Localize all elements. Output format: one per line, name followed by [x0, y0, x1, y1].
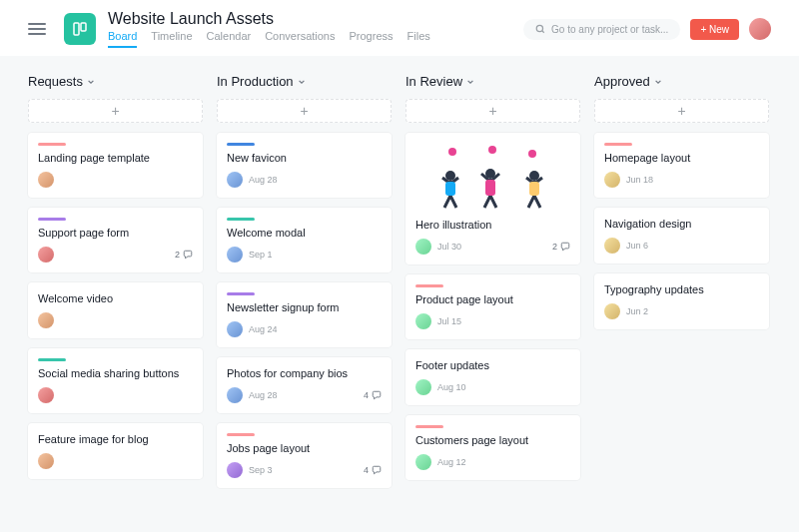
card-title: Homepage layout — [604, 152, 759, 164]
plus-icon: + — [677, 104, 685, 118]
task-card[interactable]: Footer updatesAug 10 — [405, 349, 580, 405]
task-card[interactable]: Welcome modalSep 1 — [217, 208, 392, 272]
task-card[interactable]: Newsletter signup formAug 24 — [217, 282, 392, 347]
due-date: Jul 30 — [437, 242, 461, 252]
add-card-button[interactable]: + — [28, 99, 203, 123]
task-card[interactable]: Support page form2 — [28, 208, 203, 272]
task-card[interactable]: Navigation designJun 6 — [594, 208, 769, 264]
assignee-avatar[interactable] — [604, 303, 620, 319]
due-date: Aug 12 — [437, 457, 466, 467]
tab-files[interactable]: Files — [407, 30, 430, 48]
assignee-avatar[interactable] — [38, 387, 54, 403]
card-label-stripe — [38, 143, 66, 146]
chevron-down-icon — [466, 78, 474, 86]
card-label-stripe — [227, 292, 255, 295]
assignee-avatar[interactable] — [227, 321, 243, 337]
card-title: Footer updates — [415, 359, 570, 371]
card-label-stripe — [415, 425, 443, 428]
tab-conversations[interactable]: Conversations — [265, 30, 335, 48]
assignee-avatar[interactable] — [38, 312, 54, 328]
card-title: Welcome video — [38, 292, 193, 304]
svg-point-2 — [536, 25, 542, 31]
comment-count[interactable]: 2 — [175, 250, 193, 260]
task-card[interactable]: Social media sharing buttons — [28, 348, 203, 413]
plus-icon: + — [488, 104, 496, 118]
task-card[interactable]: Feature image for blog — [28, 423, 203, 479]
assignee-avatar[interactable] — [227, 172, 243, 188]
card-title: Landing page template — [38, 152, 193, 164]
assignee-avatar[interactable] — [415, 313, 431, 329]
card-label-stripe — [227, 143, 255, 146]
chevron-down-icon — [298, 78, 306, 86]
column-approved: Approved+Homepage layoutJun 18Navigation… — [594, 74, 769, 514]
add-card-button[interactable]: + — [217, 99, 392, 123]
column-in-production: In Production+New faviconAug 28Welcome m… — [217, 74, 392, 514]
card-title: Customers page layout — [415, 434, 570, 446]
tab-board[interactable]: Board — [108, 30, 137, 48]
comment-count[interactable]: 4 — [364, 390, 382, 400]
svg-rect-7 — [485, 180, 495, 196]
column-header[interactable]: In Review — [405, 74, 580, 89]
add-card-button[interactable]: + — [594, 99, 769, 123]
task-card[interactable]: Product page layoutJul 15 — [405, 274, 580, 339]
task-card[interactable]: Homepage layoutJun 18 — [594, 133, 769, 198]
column-title: Requests — [28, 74, 83, 89]
column-header[interactable]: Approved — [594, 74, 769, 89]
assignee-avatar[interactable] — [415, 239, 431, 255]
task-card[interactable]: Welcome video — [28, 282, 203, 338]
task-card[interactable]: Customers page layoutAug 12 — [405, 415, 580, 480]
assignee-avatar[interactable] — [415, 454, 431, 470]
svg-rect-0 — [74, 23, 79, 35]
comment-icon — [372, 465, 382, 475]
search-input[interactable]: Go to any project or task... — [523, 19, 680, 40]
card-title: Typography updates — [604, 283, 759, 295]
due-date: Aug 28 — [249, 175, 278, 185]
column-title: In Production — [217, 74, 294, 89]
comment-icon — [560, 242, 570, 252]
card-title: Navigation design — [604, 218, 759, 230]
card-title: Welcome modal — [227, 227, 382, 239]
assignee-avatar[interactable] — [38, 247, 54, 263]
card-label-stripe — [604, 143, 632, 146]
due-date: Jul 15 — [437, 316, 461, 326]
card-label-stripe — [227, 218, 255, 221]
card-title: Jobs page layout — [227, 442, 382, 454]
task-card[interactable]: Typography updatesJun 2 — [594, 273, 769, 329]
task-card[interactable]: New faviconAug 28 — [217, 133, 392, 198]
comment-icon — [372, 390, 382, 400]
due-date: Aug 28 — [249, 390, 278, 400]
user-avatar[interactable] — [749, 18, 771, 40]
column-header[interactable]: In Production — [217, 74, 392, 89]
comment-count[interactable]: 4 — [364, 465, 382, 475]
add-card-button[interactable]: + — [405, 99, 580, 123]
comment-icon — [183, 250, 193, 260]
assignee-avatar[interactable] — [227, 247, 243, 263]
task-card[interactable]: Photos for company biosAug 284 — [217, 357, 392, 413]
assignee-avatar[interactable] — [38, 453, 54, 469]
task-card[interactable]: Jobs page layoutSep 34 — [217, 423, 392, 488]
tab-progress[interactable]: Progress — [350, 30, 394, 48]
assignee-avatar[interactable] — [604, 238, 620, 254]
new-button[interactable]: + New — [690, 19, 739, 40]
column-title: Approved — [594, 74, 650, 89]
task-card[interactable]: Landing page template — [28, 133, 203, 198]
assignee-avatar[interactable] — [227, 462, 243, 478]
project-logo[interactable] — [64, 13, 96, 45]
menu-icon[interactable] — [28, 23, 46, 35]
assignee-avatar[interactable] — [227, 387, 243, 403]
project-title: Website Launch Assets — [108, 10, 523, 28]
task-card[interactable]: Hero illustrationJul 302 — [405, 133, 580, 265]
card-title: Feature image for blog — [38, 433, 193, 445]
column-header[interactable]: Requests — [28, 74, 203, 89]
assignee-avatar[interactable] — [604, 172, 620, 188]
due-date: Jun 2 — [626, 306, 648, 316]
svg-line-3 — [542, 31, 544, 33]
tab-timeline[interactable]: Timeline — [151, 30, 192, 48]
assignee-avatar[interactable] — [415, 379, 431, 395]
comment-count[interactable]: 2 — [552, 242, 570, 252]
due-date: Sep 3 — [249, 465, 273, 475]
assignee-avatar[interactable] — [38, 172, 54, 188]
tab-calendar[interactable]: Calendar — [207, 30, 252, 48]
card-title: Hero illustration — [415, 219, 570, 231]
card-title: Newsletter signup form — [227, 301, 382, 313]
